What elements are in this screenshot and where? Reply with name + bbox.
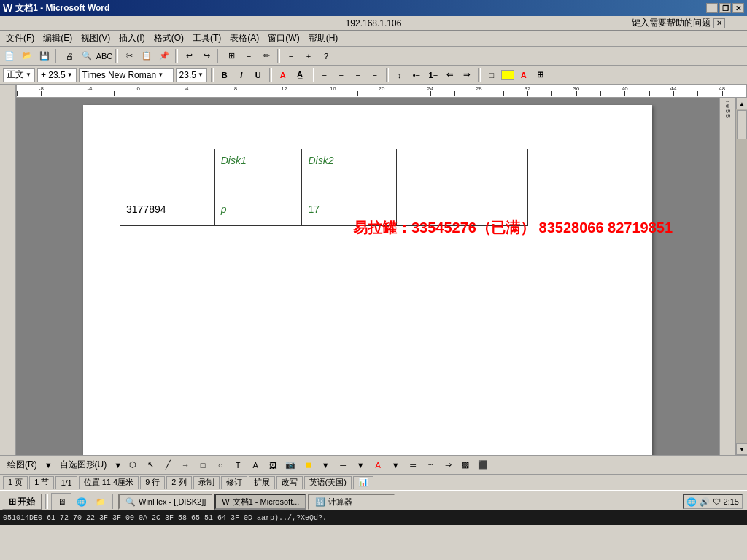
menu-format[interactable]: 格式(O) [150, 31, 188, 46]
draw-img-button[interactable]: 📷 [282, 457, 298, 473]
menu-window[interactable]: 窗口(W) [263, 31, 303, 46]
draw-font-color-button[interactable]: A [370, 457, 386, 473]
taskbar-sep2 [112, 494, 115, 509]
italic-button[interactable]: I [234, 68, 249, 82]
draw-line-button[interactable]: ╱ [160, 457, 176, 473]
draw-fill-button[interactable]: ◼ [300, 457, 316, 473]
indent-decrease-button[interactable]: ⇐ [443, 68, 457, 82]
draw-arrow-button[interactable]: → [177, 457, 193, 473]
taskbar-show-desktop[interactable]: 🖥 [51, 493, 71, 510]
help-close-button[interactable]: ✕ [713, 18, 725, 28]
table-row-3: 3177894 p 17 [120, 193, 528, 226]
taskbar-sep [45, 494, 48, 509]
highlight-button[interactable] [501, 70, 514, 80]
autoshapes-menu-item[interactable]: 自选图形(U) [55, 457, 112, 472]
draw-shadow-button[interactable]: ▩ [457, 457, 473, 473]
draw-line-color-button[interactable]: ─ [335, 457, 351, 473]
style-arrow: ▼ [26, 71, 31, 78]
taskbar-word[interactable]: W 文档1 - Microsoft... [214, 494, 306, 510]
font-size-dropdown[interactable]: 23.5 ▼ [176, 68, 207, 82]
minimize-button[interactable]: _ [706, 3, 718, 13]
columns-button[interactable]: ≡ [241, 48, 257, 64]
number-button[interactable]: 1≡ [426, 68, 441, 82]
print-preview-button[interactable]: 🔍 [79, 48, 95, 64]
zoom-out-button[interactable]: − [283, 48, 299, 64]
scroll-track[interactable] [736, 109, 747, 443]
window-title: 文档1 - Microsoft Word [15, 2, 109, 15]
draw-dash-button[interactable]: ┄ [422, 457, 438, 473]
undo-button[interactable]: ↩ [181, 48, 197, 64]
bold-button[interactable]: B [217, 68, 232, 82]
indent-increase-button[interactable]: ⇒ [460, 68, 474, 82]
draw-cursor-button[interactable]: ↖ [142, 457, 158, 473]
font-color-button[interactable]: A [516, 68, 531, 82]
draw-select-button[interactable]: ⬡ [125, 457, 141, 473]
side-label-5b: 5 [724, 114, 732, 118]
taskbar-calculator[interactable]: 🔢 计算器 [308, 494, 395, 510]
bullet-button[interactable]: •≡ [409, 68, 424, 82]
table-insert-button[interactable]: ⊞ [223, 48, 239, 64]
table-cell-r3c5 [462, 193, 528, 226]
ruler-corner [0, 85, 16, 98]
help-text: 键入需要帮助的问题 [632, 17, 711, 29]
draw-line-color-arrow[interactable]: ▼ [352, 457, 368, 473]
taskbar-winhex[interactable]: 🔍 WinHex - [[DISK2]] [118, 494, 213, 510]
new-button[interactable]: 📄 [1, 48, 18, 64]
open-button[interactable]: 📂 [19, 48, 35, 64]
redo-button[interactable]: ↪ [198, 48, 214, 64]
copy-button[interactable]: 📋 [139, 48, 155, 64]
draw-font-color-arrow[interactable]: ▼ [387, 457, 403, 473]
calc-icon: 🔢 [315, 497, 325, 507]
draw-rect-button[interactable]: □ [195, 457, 211, 473]
restore-button[interactable]: ❐ [719, 3, 731, 13]
style-dropdown[interactable]: 正文 ▼ [3, 68, 35, 82]
save-button[interactable]: 💾 [36, 48, 53, 64]
scroll-thumb[interactable] [737, 110, 747, 139]
font-highlight-button[interactable]: A̲ [293, 68, 307, 82]
justify-button[interactable]: ≡ [368, 68, 382, 82]
draw-textbox-button[interactable]: T [230, 457, 246, 473]
font-size-small-dropdown[interactable]: + 23.5 ▼ [37, 68, 77, 82]
draw-arrow: ▼ [114, 461, 122, 470]
menu-file[interactable]: 文件(F) [1, 31, 39, 46]
menu-help[interactable]: 帮助(H) [304, 31, 343, 46]
scroll-up-button[interactable]: ▲ [736, 98, 747, 109]
extra-button[interactable]: ⊞ [533, 68, 548, 82]
font-name-value: Times New Roman [82, 70, 157, 80]
outside-border-button[interactable]: □ [484, 68, 499, 82]
align-left-button[interactable]: ≡ [317, 68, 332, 82]
print-button[interactable]: 🖨 [61, 48, 77, 64]
align-center-button[interactable]: ≡ [334, 68, 349, 82]
taskbar-folder[interactable]: 📁 [92, 493, 109, 510]
font-name-dropdown[interactable]: Times New Roman ▼ [79, 68, 174, 82]
draw-fill-arrow[interactable]: ▼ [317, 457, 333, 473]
spell-button[interactable]: ABC [96, 48, 112, 64]
help-button[interactable]: ? [318, 48, 334, 64]
font-color-A-button[interactable]: A [276, 68, 290, 82]
draw-wordart-button[interactable]: A [247, 457, 263, 473]
menu-tools[interactable]: 工具(T) [188, 31, 225, 46]
taskbar-ie[interactable]: 🌐 [73, 493, 90, 510]
align-right-button[interactable]: ≡ [351, 68, 365, 82]
paste-button[interactable]: 📌 [156, 48, 172, 64]
line-spacing-button[interactable]: ↕ [392, 68, 407, 82]
scroll-down-button[interactable]: ▼ [736, 443, 747, 455]
menu-table[interactable]: 表格(A) [225, 31, 263, 46]
draw-arrow-style-button[interactable]: ⇒ [440, 457, 456, 473]
document-area[interactable]: Disk1 Disk2 3177894 [16, 98, 719, 455]
start-button[interactable]: ⊞ 开始 [1, 493, 42, 510]
drawing-button[interactable]: ✏ [258, 48, 274, 64]
draw-3d-button[interactable]: ⬛ [475, 457, 491, 473]
close-button[interactable]: ✕ [732, 3, 744, 13]
menu-insert[interactable]: 插入(I) [115, 31, 149, 46]
drawing-menu-item[interactable]: 绘图(R) [3, 457, 42, 472]
draw-clip-button[interactable]: 🖼 [265, 457, 281, 473]
menu-view[interactable]: 视图(V) [77, 31, 115, 46]
draw-line-style-button[interactable]: ═ [405, 457, 421, 473]
menu-edit[interactable]: 编辑(E) [39, 31, 77, 46]
zoom-in-button[interactable]: + [301, 48, 317, 64]
vertical-scrollbar[interactable]: ▲ ▼ [735, 98, 747, 455]
draw-oval-button[interactable]: ○ [212, 457, 228, 473]
cut-button[interactable]: ✂ [121, 48, 137, 64]
underline-button[interactable]: U [251, 68, 266, 82]
